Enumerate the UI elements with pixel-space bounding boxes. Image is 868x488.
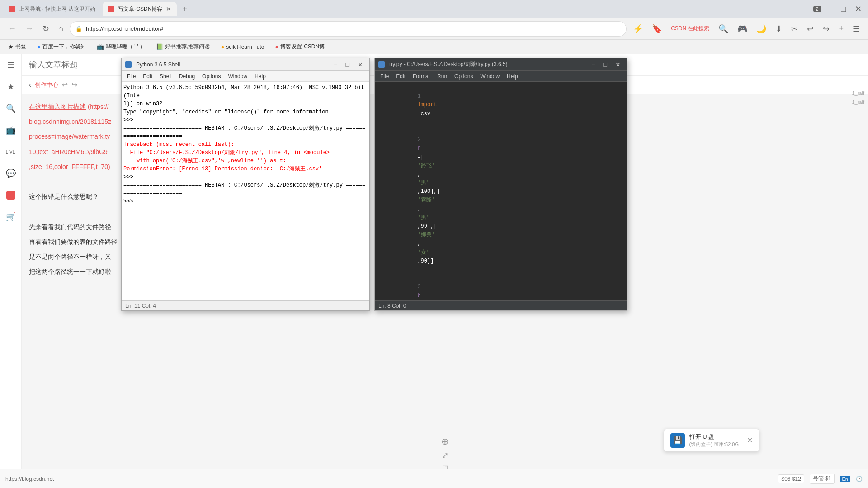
shell-line-sep2: ======================== RESTART: C:/Use…	[123, 181, 368, 197]
code-line-2: 2 n =[ '路飞' , '男' ,100],[ '索隆' , '男' ,99…	[378, 127, 623, 274]
sidebar-icon-red[interactable]	[4, 188, 18, 202]
forward-button[interactable]: →	[23, 22, 36, 35]
close-window-button[interactable]: ✕	[852, 2, 864, 16]
sidebar-icon-cart[interactable]: 🛒	[4, 210, 18, 224]
py-menu-file[interactable]: File	[377, 72, 392, 80]
creation-center-btn[interactable]: 创作中心	[35, 81, 58, 89]
py-menu-run[interactable]: Run	[434, 72, 451, 80]
bookmark-sklearn-icon: ●	[221, 43, 224, 50]
tab1-favicon	[9, 6, 15, 12]
shell-menu-edit[interactable]: Edit	[139, 72, 156, 80]
taskbar-item-1[interactable]: $06 $12	[778, 474, 804, 483]
bookmark-baidu-label: 百度一下，你就知	[42, 43, 86, 51]
py-editor-window[interactable]: try.py - C:/Users/F.S.Z/Desktop/刺激/try.p…	[374, 58, 627, 311]
python-shell-titlebar-icon	[125, 61, 132, 68]
tab-1[interactable]: 上网导航 · 轻快上网 从这里开始	[4, 2, 101, 16]
line-num-1: 1	[417, 92, 425, 101]
sidebar-icon-menu[interactable]: ☰	[4, 58, 18, 72]
code-comma3: ,	[417, 240, 420, 247]
address-bar-row: ← → ↻ ⌂ 🔒 https://mp.csdn.net/mdeditor# …	[0, 18, 868, 40]
py-menu-window[interactable]: Window	[476, 72, 503, 80]
taskbar-url: https://blog.csdn.net	[5, 476, 54, 482]
bookmark-books-icon: 📗	[156, 43, 163, 50]
undo-btn[interactable]: ↩	[62, 80, 68, 89]
code-eq1: =[	[417, 154, 424, 160]
refresh-button[interactable]: ↻	[40, 22, 52, 36]
bookmark-icon-btn[interactable]: 🔖	[649, 22, 665, 36]
tab-count-badge: 2	[813, 6, 821, 12]
video-icon: 📺	[6, 125, 16, 135]
python-shell-titlebar[interactable]: Python 3.6.5 Shell − □ ✕	[122, 58, 369, 71]
shell-menu-debug[interactable]: Debug	[175, 72, 198, 80]
shell-line-prompt2: >>>	[123, 173, 368, 181]
sidebar-icon-chat[interactable]: 💬	[4, 166, 18, 181]
shell-menu-shell[interactable]: Shell	[156, 72, 175, 80]
history-forward-btn[interactable]: ↪	[820, 22, 832, 36]
sidebar-icon-search[interactable]: 🔍	[4, 101, 18, 116]
tab2-close[interactable]: ✕	[166, 5, 171, 13]
code-csv: csv	[417, 111, 430, 117]
sidebar-icon-star[interactable]: ★	[4, 80, 18, 94]
line-num-3: 3	[417, 283, 425, 291]
tab-2[interactable]: 写文章-CSDN博客 ✕	[103, 2, 177, 16]
py-menu-format[interactable]: Format	[409, 72, 434, 80]
search-csdn-btn[interactable]: CSDN 在此搜索	[668, 23, 712, 34]
py-menu-help[interactable]: Help	[503, 72, 522, 80]
py-editor-statusbar: Ln: 8 Col: 0	[375, 300, 627, 310]
history-back-btn[interactable]: ↩	[804, 22, 816, 36]
toolbar-crosshair[interactable]: ⊕	[441, 436, 449, 447]
py-editor-titlebar[interactable]: try.py - C:/Users/F.S.Z/Desktop/刺激/try.p…	[375, 58, 627, 71]
py-menu-edit[interactable]: Edit	[392, 72, 409, 80]
maximize-button[interactable]: □	[838, 3, 849, 16]
shell-menu-help[interactable]: Help	[251, 72, 269, 80]
new-tab-button[interactable]: +	[179, 4, 191, 14]
py-menu-options[interactable]: Options	[451, 72, 476, 80]
bookmark-star[interactable]: ★ 书签	[5, 42, 29, 52]
sidebar-icon-video[interactable]: 📺	[4, 123, 18, 137]
kw-import-1: import	[417, 102, 437, 108]
bookmark-sklearn[interactable]: ● scikit-learn Tuto	[218, 42, 267, 51]
taskbar-item-2[interactable]: 号管 $1	[810, 474, 835, 484]
download-btn[interactable]: ⬇	[773, 22, 785, 36]
sidebar-icon-live[interactable]: LIVE	[4, 145, 18, 159]
night-mode-btn[interactable]: 🌙	[754, 22, 769, 36]
home-button[interactable]: ⌂	[56, 22, 66, 35]
ext-search-btn[interactable]: 🔍	[716, 22, 731, 36]
lightning-icon-btn[interactable]: ⚡	[630, 22, 646, 36]
bookmark-csdn-settings[interactable]: ● 博客设置-CSDN博	[272, 42, 327, 52]
tools-btn[interactable]: ✂	[788, 22, 801, 36]
python-shell-minimize[interactable]: −	[331, 61, 340, 68]
menu-btn[interactable]: ☰	[850, 22, 863, 36]
lang-badge[interactable]: En	[840, 476, 850, 482]
address-bar[interactable]: 🔒 https://mp.csdn.net/mdeditor#	[70, 21, 627, 37]
code-comma2: ,	[417, 206, 420, 212]
var-b: b	[417, 293, 420, 299]
py-editor-maximize[interactable]: □	[601, 61, 610, 68]
game-icon-btn[interactable]: 🎮	[735, 22, 750, 36]
shell-menu-file[interactable]: File	[123, 72, 139, 80]
redo-btn[interactable]: ↪	[71, 80, 77, 89]
bookmark-star-icon: ★	[8, 43, 14, 50]
csdn-editor: ‹ 创作中心 ↩ ↪ 在这里插入图片描述 (https:// blog.csdn…	[22, 54, 868, 488]
shell-menu-window[interactable]: Window	[224, 72, 251, 80]
zoom-in-btn[interactable]: +	[836, 22, 846, 35]
shell-line-sep1: ======================== RESTART: C:/Use…	[123, 124, 368, 141]
bookmark-books[interactable]: 📗 好书推荐,推荐阅读	[153, 42, 212, 52]
back-arrow-btn[interactable]: ‹	[29, 81, 31, 89]
python-shell-body[interactable]: Python 3.6.5 (v3.6.5:f59c0932b4, Mar 28 …	[122, 82, 369, 300]
tab2-favicon	[108, 6, 114, 12]
back-button[interactable]: ←	[5, 22, 19, 35]
py-editor-body[interactable]: 1 import csv 2 n =[ '路飞' , '男' ,100],[ '…	[375, 82, 627, 300]
python-shell-window[interactable]: Python 3.6.5 Shell − □ ✕ File Edit Shell…	[121, 58, 370, 311]
py-editor-close[interactable]: ✕	[613, 61, 623, 68]
python-shell-close[interactable]: ✕	[355, 61, 366, 68]
bookmark-baidu[interactable]: ● 百度一下，你就知	[34, 42, 89, 52]
left-sidebar: ☰ ★ 🔍 📺 LIVE 💬 🛒 ‹	[0, 54, 22, 488]
toolbar-expand[interactable]: ⤢	[442, 450, 448, 460]
shell-menu-options[interactable]: Options	[198, 72, 224, 80]
shell-line-3: Type "copyright", "credits" or "license(…	[123, 108, 368, 116]
py-editor-minimize[interactable]: −	[589, 61, 598, 68]
minimize-button[interactable]: −	[825, 3, 835, 16]
python-shell-maximize[interactable]: □	[343, 61, 352, 68]
bookmark-bilibili[interactable]: 📺 哔哩哔哩（ '-' ）	[94, 42, 148, 52]
